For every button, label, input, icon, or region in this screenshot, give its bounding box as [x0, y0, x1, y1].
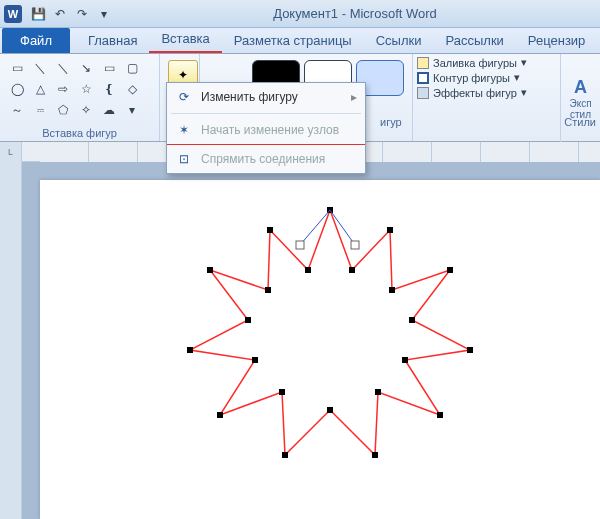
undo-icon[interactable]: ↶	[50, 4, 70, 24]
edit-node[interactable]	[267, 227, 273, 233]
submenu-arrow-icon: ▸	[351, 90, 357, 104]
menu-edit-points[interactable]: ✶ Начать изменение узлов	[167, 116, 365, 145]
shape-effects-label: Эффекты фигур	[433, 87, 517, 99]
group-insert-shapes: ▭ ＼ ＼ ↘ ▭ ▢ ◯ △ ⇨ ☆ ❴ ◇ ～ ⎓ ⬠ ✧ ☁ ▾ Вста…	[0, 54, 160, 141]
edit-shape-dropdown: ⟳ Изменить фигуру ▸ ✶ Начать изменение у…	[166, 82, 366, 174]
menu-straighten-label: Спрямить соединения	[201, 152, 325, 166]
shape-callout-icon[interactable]: ✧	[75, 100, 97, 120]
shape-triangle-icon[interactable]: △	[29, 79, 51, 99]
app-icon: W	[4, 5, 22, 23]
save-icon[interactable]: 💾	[28, 4, 48, 24]
edit-node[interactable]	[279, 389, 285, 395]
ruler-corner: L	[0, 142, 22, 162]
edit-node[interactable]	[217, 412, 223, 418]
redo-icon[interactable]: ↷	[72, 4, 92, 24]
ribbon-tabs: Файл Главная Вставка Разметка страницы С…	[0, 28, 600, 54]
edit-node[interactable]	[207, 267, 213, 273]
edit-node[interactable]	[387, 227, 393, 233]
vertical-ruler[interactable]	[0, 162, 22, 519]
menu-straighten[interactable]: ⊡ Спрямить соединения	[167, 145, 365, 173]
menu-change-shape-label: Изменить фигуру	[201, 90, 298, 104]
shape-arrowr-icon[interactable]: ⇨	[52, 79, 74, 99]
quick-access-toolbar: 💾 ↶ ↷ ▾	[28, 4, 114, 24]
wordart-icon: A	[574, 77, 587, 98]
shape-more-icon[interactable]: ▾	[121, 100, 143, 120]
shape-poly-icon[interactable]: ⬠	[52, 100, 74, 120]
qat-more-icon[interactable]: ▾	[94, 4, 114, 24]
tab-review[interactable]: Рецензир	[516, 28, 598, 53]
effects-swatch-icon	[417, 87, 429, 99]
document-page[interactable]	[40, 180, 600, 519]
edit-node[interactable]	[245, 317, 251, 323]
edit-node[interactable]	[437, 412, 443, 418]
shape-effects-button[interactable]: Эффекты фигур ▾	[417, 86, 527, 99]
window-title: Документ1 - Microsoft Word	[114, 6, 596, 21]
tab-insert[interactable]: Вставка	[149, 26, 221, 53]
app-window: W 💾 ↶ ↷ ▾ Документ1 - Microsoft Word Фай…	[0, 0, 600, 519]
group-label-styles: игур	[380, 116, 402, 128]
menu-change-shape[interactable]: ⟳ Изменить фигуру ▸	[167, 83, 365, 111]
bezier-handle-line	[300, 210, 330, 245]
tab-layout[interactable]: Разметка страницы	[222, 28, 364, 53]
ribbon: ▭ ＼ ＼ ↘ ▭ ▢ ◯ △ ⇨ ☆ ❴ ◇ ～ ⎓ ⬠ ✧ ☁ ▾ Вста…	[0, 54, 600, 142]
edit-node[interactable]	[447, 267, 453, 273]
group-express-styles[interactable]: A Эксп стил	[560, 54, 600, 142]
tab-references[interactable]: Ссылки	[364, 28, 434, 53]
edit-node[interactable]	[389, 287, 395, 293]
shape-rect-icon[interactable]: ▭	[98, 58, 120, 78]
tab-home[interactable]: Главная	[76, 28, 149, 53]
titlebar: W 💾 ↶ ↷ ▾ Документ1 - Microsoft Word	[0, 0, 600, 28]
group-shape-format: Заливка фигуры ▾ Контур фигуры ▾ Эффекты…	[413, 54, 531, 141]
menu-separator	[171, 113, 361, 114]
shapes-gallery[interactable]: ▭ ＼ ＼ ↘ ▭ ▢ ◯ △ ⇨ ☆ ❴ ◇ ～ ⎓ ⬠ ✧ ☁ ▾	[6, 58, 153, 120]
bezier-handle-line	[330, 210, 355, 245]
edit-node[interactable]	[282, 452, 288, 458]
shape-textbox-icon[interactable]: ▭	[6, 58, 28, 78]
tab-file[interactable]: Файл	[2, 28, 70, 53]
shape-arrow-icon[interactable]: ↘	[75, 58, 97, 78]
shape-fill-button[interactable]: Заливка фигуры ▾	[417, 56, 527, 69]
edit-node[interactable]	[252, 357, 258, 363]
change-shape-icon: ⟳	[175, 88, 193, 106]
workspace	[0, 162, 600, 519]
star-shape[interactable]	[180, 190, 480, 490]
group-label-styles-right: Стили	[564, 116, 596, 128]
edit-node[interactable]	[187, 347, 193, 353]
outline-swatch-icon	[417, 72, 429, 84]
bezier-control-point[interactable]	[296, 241, 304, 249]
edit-shape-icon: ✦	[178, 68, 188, 82]
star-outline	[190, 210, 470, 455]
dropdown-arrow-icon: ▾	[521, 86, 527, 99]
edit-node[interactable]	[372, 452, 378, 458]
edit-node[interactable]	[409, 317, 415, 323]
edit-node[interactable]	[305, 267, 311, 273]
bezier-control-point[interactable]	[351, 241, 359, 249]
shape-outline-button[interactable]: Контур фигуры ▾	[417, 71, 527, 84]
dropdown-arrow-icon: ▾	[514, 71, 520, 84]
shape-outline-label: Контур фигуры	[433, 72, 510, 84]
shape-flow-icon[interactable]: ◇	[121, 79, 143, 99]
menu-edit-points-label: Начать изменение узлов	[201, 123, 339, 137]
edit-node[interactable]	[375, 389, 381, 395]
shape-rrect-icon[interactable]: ▢	[121, 58, 143, 78]
fill-swatch-icon	[417, 57, 429, 69]
shape-circle-icon[interactable]: ◯	[6, 79, 28, 99]
edit-node[interactable]	[467, 347, 473, 353]
shape-curve-icon[interactable]: ～	[6, 100, 28, 120]
shape-star-icon[interactable]: ☆	[75, 79, 97, 99]
dropdown-arrow-icon: ▾	[521, 56, 527, 69]
shape-line-icon[interactable]: ＼	[29, 58, 51, 78]
shape-brace-icon[interactable]: ❴	[98, 79, 120, 99]
edit-node[interactable]	[349, 267, 355, 273]
shape-cloud-icon[interactable]: ☁	[98, 100, 120, 120]
shape-line2-icon[interactable]: ＼	[52, 58, 74, 78]
straighten-icon: ⊡	[175, 150, 193, 168]
edit-node[interactable]	[265, 287, 271, 293]
edit-node[interactable]	[402, 357, 408, 363]
tab-mailings[interactable]: Рассылки	[434, 28, 516, 53]
express-label-1: Эксп	[569, 98, 591, 109]
group-label-shapes: Вставка фигур	[6, 127, 153, 139]
shape-fill-label: Заливка фигуры	[433, 57, 517, 69]
edit-node[interactable]	[327, 407, 333, 413]
shape-connector-icon[interactable]: ⎓	[29, 100, 51, 120]
